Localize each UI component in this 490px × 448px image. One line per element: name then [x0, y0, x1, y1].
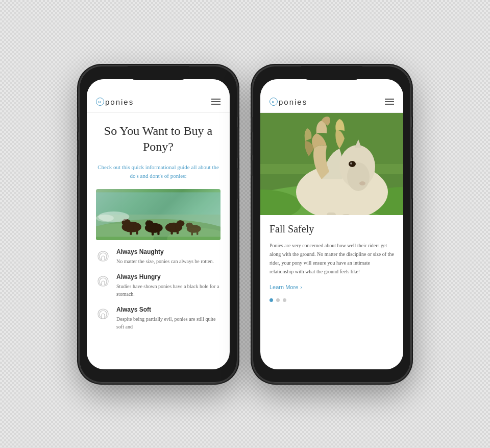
svg-rect-16 [157, 229, 159, 235]
svg-rect-22 [170, 228, 173, 234]
phone-2-hero [260, 113, 403, 215]
feature-desc-1: No matter the size, ponies can always be… [116, 257, 214, 265]
phone-2: u ponies [253, 66, 411, 383]
feature-text-3: Always Soft Despite being partially evil… [116, 306, 220, 331]
phone-2-screen: u ponies [260, 79, 403, 369]
hamburger-line-1 [211, 99, 220, 100]
svg-rect-9 [136, 228, 138, 234]
svg-point-43 [359, 181, 365, 185]
feature-item-3: Always Soft Despite being partially evil… [96, 306, 220, 331]
learn-more-chevron-icon: › [300, 284, 302, 290]
svg-point-17 [145, 220, 154, 226]
section-title: Fall Safely [270, 223, 394, 235]
svg-point-45 [350, 162, 352, 164]
phone-2-content: u ponies [260, 79, 403, 369]
carousel-dot-3[interactable] [283, 298, 286, 302]
hamburger-line-2 [211, 101, 220, 102]
feature-desc-2: Studies have shown ponies have a black h… [116, 282, 220, 298]
logo-icon-2: u [270, 98, 278, 106]
horseshoe-icon-1 [96, 249, 110, 264]
svg-rect-15 [152, 229, 154, 235]
app-header-2: u ponies [260, 79, 403, 113]
svg-point-42 [347, 162, 370, 191]
hamburger-line-6 [385, 104, 394, 105]
hamburger-menu-2[interactable] [385, 99, 394, 105]
svg-rect-30 [197, 230, 198, 235]
logo-icon-1: u [96, 98, 104, 106]
phone-1-screen: u ponies So You Want to Buy a Pony? Chec… [87, 79, 230, 369]
svg-point-33 [96, 215, 114, 222]
feature-title-3: Always Soft [116, 306, 220, 313]
feature-text-1: Always Naughty No matter the size, ponie… [116, 248, 214, 265]
phone-2-body: Fall Safely Ponies are very concerned ab… [260, 215, 403, 369]
app-header-1: u ponies [87, 79, 230, 113]
phone-2-left-buttons [251, 117, 253, 132]
learn-more-link[interactable]: Learn More › [270, 284, 394, 290]
carousel-dots [270, 298, 394, 302]
svg-rect-29 [191, 230, 192, 235]
hero-image-1 [96, 189, 220, 240]
phone-1-content: u ponies So You Want to Buy a Pony? Chec… [87, 79, 230, 369]
hamburger-line-3 [211, 104, 220, 105]
phones-container: u ponies So You Want to Buy a Pony? Chec… [69, 56, 421, 393]
hamburger-menu-1[interactable] [211, 99, 220, 105]
subtitle: Check out this quick informational guide… [96, 163, 220, 181]
carousel-dot-2[interactable] [276, 298, 280, 302]
feature-text-2: Always Hungry Studies have shown ponies … [116, 273, 220, 298]
phone-left-buttons [77, 117, 79, 132]
logo-text-1: ponies [105, 98, 134, 106]
svg-rect-25 [179, 220, 181, 225]
hamburger-line-4 [385, 99, 394, 100]
logo-text-2: ponies [279, 98, 307, 106]
svg-rect-23 [177, 228, 179, 234]
phone-1: u ponies So You Want to Buy a Pony? Chec… [79, 66, 237, 383]
horseshoe-icon-3 [96, 307, 110, 321]
phone-1-body: So You Want to Buy a Pony? Check out thi… [87, 113, 230, 369]
carousel-dot-1[interactable] [270, 298, 273, 302]
feature-list: Always Naughty No matter the size, ponie… [96, 248, 220, 331]
feature-desc-3: Despite being partially evil, ponies are… [116, 315, 220, 331]
feature-item-1: Always Naughty No matter the size, ponie… [96, 248, 220, 265]
learn-more-text: Learn More [270, 284, 298, 290]
horseshoe-icon-2 [96, 274, 110, 289]
section-body: Ponies are very concerned about how well… [270, 241, 394, 276]
svg-point-44 [349, 161, 356, 167]
main-title: So You Want to Buy a Pony? [96, 123, 220, 155]
svg-rect-8 [130, 228, 132, 235]
svg-rect-7 [133, 223, 136, 231]
white-horse-svg [260, 113, 403, 215]
hamburger-line-5 [385, 101, 394, 102]
logo-1: u ponies [96, 98, 134, 106]
horse-scene-svg [96, 189, 220, 240]
svg-point-31 [186, 223, 193, 228]
feature-title-2: Always Hungry [116, 273, 220, 280]
svg-rect-18 [146, 220, 148, 225]
feature-item-2: Always Hungry Studies have shown ponies … [96, 273, 220, 298]
feature-title-1: Always Naughty [116, 248, 214, 255]
svg-rect-46 [327, 213, 336, 215]
logo-2: u ponies [270, 98, 307, 106]
